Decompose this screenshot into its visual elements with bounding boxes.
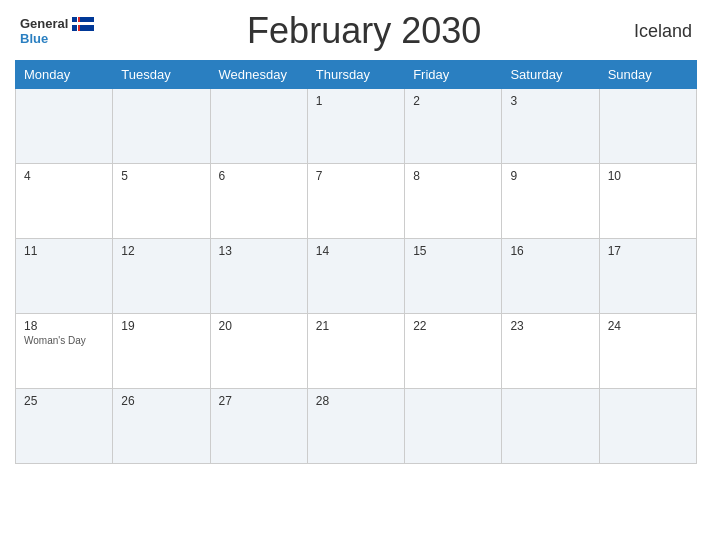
day-number: 27 [219,394,299,408]
calendar-cell [16,89,113,164]
event-label: Woman's Day [24,335,104,346]
calendar-week-row: 45678910 [16,164,697,239]
calendar-cell: 13 [210,239,307,314]
col-wednesday: Wednesday [210,61,307,89]
calendar-cell: 21 [307,314,404,389]
calendar-cell: 3 [502,89,599,164]
day-number: 23 [510,319,590,333]
calendar-cell: 27 [210,389,307,464]
day-number: 10 [608,169,688,183]
calendar-cell: 7 [307,164,404,239]
col-sunday: Sunday [599,61,696,89]
calendar-page: General Blue February 2030 Iceland Monda… [0,0,712,550]
calendar-cell: 1 [307,89,404,164]
calendar-cell [405,389,502,464]
calendar-cell: 22 [405,314,502,389]
day-number: 22 [413,319,493,333]
col-monday: Monday [16,61,113,89]
day-number: 7 [316,169,396,183]
calendar-cell: 18Woman's Day [16,314,113,389]
calendar-week-row: 11121314151617 [16,239,697,314]
calendar-week-row: 25262728 [16,389,697,464]
day-number: 2 [413,94,493,108]
calendar-cell: 16 [502,239,599,314]
day-number: 6 [219,169,299,183]
day-number: 17 [608,244,688,258]
logo-general-text: General [20,16,68,31]
calendar-cell: 6 [210,164,307,239]
calendar-cell: 12 [113,239,210,314]
calendar-header: Monday Tuesday Wednesday Thursday Friday… [16,61,697,89]
day-number: 13 [219,244,299,258]
day-number: 15 [413,244,493,258]
day-number: 1 [316,94,396,108]
day-number: 14 [316,244,396,258]
day-number: 16 [510,244,590,258]
calendar-cell: 8 [405,164,502,239]
calendar-cell [502,389,599,464]
day-number: 20 [219,319,299,333]
day-number: 5 [121,169,201,183]
calendar-cell [210,89,307,164]
day-number: 11 [24,244,104,258]
calendar-cell: 14 [307,239,404,314]
logo: General Blue [20,16,94,46]
calendar-cell [113,89,210,164]
logo-blue-text: Blue [20,31,48,46]
calendar-week-row: 123 [16,89,697,164]
calendar-cell: 11 [16,239,113,314]
calendar-cell: 25 [16,389,113,464]
day-number: 24 [608,319,688,333]
day-number: 26 [121,394,201,408]
calendar-cell: 2 [405,89,502,164]
col-thursday: Thursday [307,61,404,89]
calendar-cell: 15 [405,239,502,314]
calendar-cell: 9 [502,164,599,239]
page-title: February 2030 [94,10,634,52]
calendar-body: 123456789101112131415161718Woman's Day19… [16,89,697,464]
weekday-header-row: Monday Tuesday Wednesday Thursday Friday… [16,61,697,89]
calendar-cell: 4 [16,164,113,239]
day-number: 4 [24,169,104,183]
logo-flag-icon [72,17,94,31]
col-friday: Friday [405,61,502,89]
calendar-cell: 19 [113,314,210,389]
calendar-table: Monday Tuesday Wednesday Thursday Friday… [15,60,697,464]
col-saturday: Saturday [502,61,599,89]
day-number: 18 [24,319,104,333]
calendar-week-row: 18Woman's Day192021222324 [16,314,697,389]
day-number: 3 [510,94,590,108]
day-number: 19 [121,319,201,333]
calendar-cell: 28 [307,389,404,464]
calendar-cell: 5 [113,164,210,239]
col-tuesday: Tuesday [113,61,210,89]
day-number: 28 [316,394,396,408]
day-number: 9 [510,169,590,183]
calendar-cell: 20 [210,314,307,389]
day-number: 12 [121,244,201,258]
day-number: 21 [316,319,396,333]
day-number: 8 [413,169,493,183]
country-label: Iceland [634,21,692,42]
calendar-cell [599,389,696,464]
calendar-cell: 10 [599,164,696,239]
page-header: General Blue February 2030 Iceland [15,10,697,52]
day-number: 25 [24,394,104,408]
calendar-cell: 24 [599,314,696,389]
calendar-cell: 26 [113,389,210,464]
calendar-cell: 17 [599,239,696,314]
calendar-cell: 23 [502,314,599,389]
calendar-cell [599,89,696,164]
